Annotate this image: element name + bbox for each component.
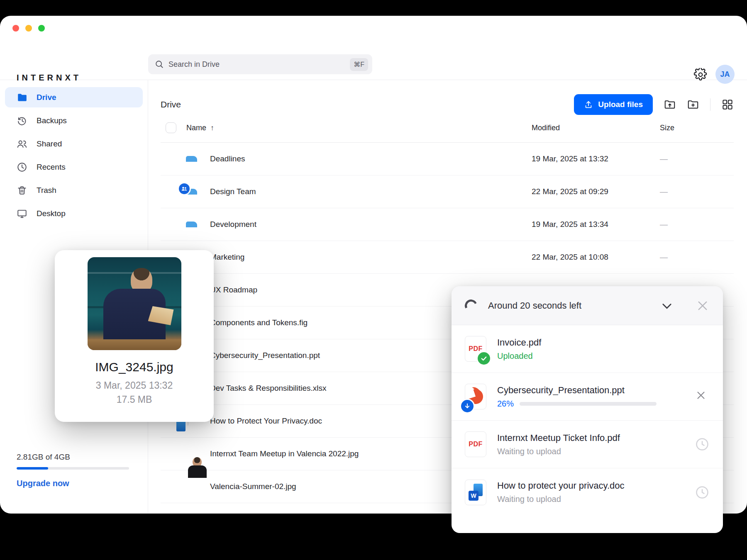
cancel-upload-button[interactable]	[695, 389, 710, 404]
close-window-button[interactable]	[12, 25, 19, 32]
column-header-name[interactable]: Name ↑	[176, 124, 532, 132]
chevron-down-icon	[660, 299, 674, 313]
sidebar-item-recents[interactable]: Recents	[5, 157, 143, 177]
upload-files-label: Upload files	[598, 100, 643, 109]
sidebar-item-label: Recents	[37, 163, 66, 172]
storage-progress-bar	[17, 467, 129, 470]
sidebar-item-label: Trash	[37, 186, 56, 195]
column-header-modified[interactable]: Modified	[532, 124, 660, 132]
file-size: —	[660, 220, 734, 229]
upload-panel-header: Around 20 seconds left	[452, 286, 723, 325]
sidebar-item-backups[interactable]: Backups	[5, 110, 143, 131]
sort-arrow-icon: ↑	[210, 124, 214, 132]
upload-item-name: Internxt Meetup Ticket Info.pdf	[497, 433, 689, 443]
grid-view-icon	[721, 98, 734, 111]
sidebar-item-label: Drive	[37, 93, 56, 102]
monitor-icon	[17, 208, 27, 219]
close-panel-button[interactable]	[696, 299, 710, 313]
preview-size: 17.5 MB	[55, 392, 214, 407]
minimize-window-button[interactable]	[25, 25, 32, 32]
upload-folder-icon	[664, 98, 676, 111]
spinner-icon	[463, 297, 479, 313]
traffic-lights	[12, 25, 45, 32]
storage-usage-text: 2.81GB of 4GB	[17, 453, 129, 462]
preview-filename: IMG_3245.jpg	[55, 360, 214, 374]
upload-item: PDF Invoice.pdf Uploaded	[452, 325, 723, 373]
screen: INTERNXT ⌘F JA Drive	[0, 0, 747, 560]
shared-badge-icon	[178, 182, 191, 195]
upload-item-name: How to protect your privacy.doc	[497, 480, 689, 491]
history-icon	[17, 115, 27, 126]
close-icon	[696, 299, 710, 313]
column-header-size[interactable]: Size	[660, 124, 734, 132]
file-name: Marketing	[209, 253, 532, 262]
new-folder-icon	[687, 98, 699, 111]
sidebar-item-label: Backups	[37, 116, 67, 125]
table-row[interactable]: Design Team 22 Mar, 2025 at 09:29 —	[161, 175, 734, 208]
page-title: Drive	[161, 100, 181, 110]
waiting-clock-icon	[695, 437, 710, 452]
new-folder-button[interactable]	[687, 98, 699, 111]
file-name: Development	[209, 220, 532, 229]
uploading-arrow-icon	[460, 399, 475, 414]
file-modified: 19 Mar, 2025 at 13:32	[532, 154, 660, 163]
upload-item: Cybersecurity_Presentation.ppt 26%	[452, 373, 723, 421]
upload-icon	[584, 100, 593, 109]
waiting-clock-icon	[695, 485, 710, 500]
toolbar-divider	[710, 98, 710, 111]
search-input[interactable]	[168, 60, 350, 69]
file-size: —	[660, 253, 734, 262]
zoom-window-button[interactable]	[38, 25, 45, 32]
sidebar-item-drive[interactable]: Drive	[5, 87, 143, 107]
settings-button[interactable]	[694, 68, 707, 81]
upload-item-status: Waiting to upload	[497, 494, 689, 504]
file-name: Design Team	[209, 187, 532, 196]
clock-icon	[17, 162, 27, 173]
pdf-file-icon: PDF	[465, 336, 486, 362]
search-icon	[155, 60, 164, 69]
search-bar[interactable]: ⌘F	[148, 54, 372, 74]
upload-time-remaining: Around 20 seconds left	[488, 300, 660, 311]
image-preview-card: IMG_3245.jpg 3 Mar, 2025 13:32 17.5 MB	[55, 250, 214, 422]
upload-progress-panel: Around 20 seconds left PDF Invoice.pdf U…	[452, 286, 723, 533]
upload-percent: 26%	[497, 399, 514, 409]
collapse-panel-button[interactable]	[660, 299, 674, 313]
preview-date: 3 Mar, 2025 13:32	[55, 378, 214, 392]
upload-progress-bar	[520, 402, 657, 406]
sidebar-item-shared[interactable]: Shared	[5, 134, 143, 154]
sidebar-item-label: Shared	[37, 139, 62, 149]
trash-icon	[17, 185, 27, 196]
upload-folder-button[interactable]	[664, 98, 676, 111]
upgrade-now-link[interactable]: Upgrade now	[17, 479, 129, 488]
upload-item: W How to protect your privacy.doc Waitin…	[452, 468, 723, 516]
titlebar: INTERNXT ⌘F JA	[0, 16, 747, 80]
table-row[interactable]: Deadlines 19 Mar, 2025 at 13:32 —	[161, 143, 734, 175]
sidebar-item-trash[interactable]: Trash	[5, 180, 143, 200]
file-size: —	[660, 154, 734, 163]
table-row[interactable]: Development 19 Mar, 2025 at 13:34 —	[161, 208, 734, 241]
sidebar-item-label: Desktop	[37, 209, 66, 218]
people-icon	[17, 139, 27, 149]
upload-item-name: Invoice.pdf	[497, 337, 710, 348]
upload-item-status: Waiting to upload	[497, 447, 689, 456]
table-header: Name ↑ Modified Size	[161, 118, 734, 137]
gear-icon	[694, 68, 707, 81]
file-size: —	[660, 187, 734, 196]
select-all-checkbox[interactable]	[166, 122, 176, 133]
storage-progress-fill	[17, 467, 48, 470]
folder-icon	[17, 92, 27, 103]
word-file-icon: W	[465, 480, 486, 505]
search-shortcut-badge: ⌘F	[350, 58, 368, 71]
preview-photo	[88, 257, 181, 350]
close-icon	[695, 389, 707, 402]
file-modified: 22 Mar, 2025 at 09:29	[532, 187, 660, 196]
upload-files-button[interactable]: Upload files	[574, 94, 653, 115]
storage-widget: 2.81GB of 4GB Upgrade now	[17, 453, 129, 488]
table-row[interactable]: Marketing 22 Mar, 2025 at 10:08 —	[161, 241, 734, 274]
grid-view-button[interactable]	[721, 98, 734, 111]
upload-item: PDF Internxt Meetup Ticket Info.pdf Wait…	[452, 421, 723, 468]
pdf-file-icon: PDF	[465, 431, 486, 457]
file-modified: 22 Mar, 2025 at 10:08	[532, 253, 660, 262]
file-name: Deadlines	[209, 154, 532, 163]
sidebar-item-desktop[interactable]: Desktop	[5, 203, 143, 224]
